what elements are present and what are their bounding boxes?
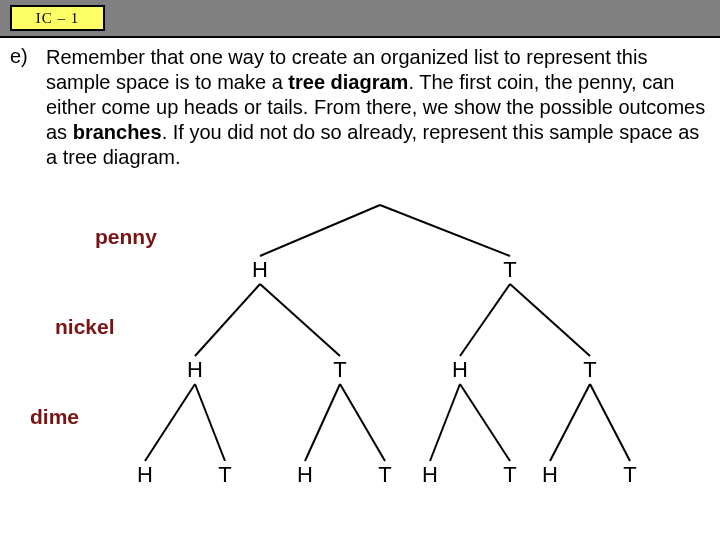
svg-line-3 xyxy=(260,284,340,356)
term-tree-diagram: tree diagram xyxy=(288,71,408,93)
term-branches: branches xyxy=(73,121,162,143)
tree-node: T xyxy=(218,462,231,488)
tree-node: T xyxy=(378,462,391,488)
svg-line-0 xyxy=(260,205,380,256)
svg-line-11 xyxy=(460,384,510,461)
top-bar: IC – 1 xyxy=(0,0,720,36)
svg-line-12 xyxy=(550,384,590,461)
tree-node: T xyxy=(503,462,516,488)
svg-line-6 xyxy=(145,384,195,461)
prompt-label: e) xyxy=(10,44,38,69)
svg-line-2 xyxy=(195,284,260,356)
svg-line-8 xyxy=(305,384,340,461)
tree-node: T xyxy=(503,257,516,283)
tree-node: H xyxy=(422,462,438,488)
svg-line-5 xyxy=(510,284,590,356)
tree-node: H xyxy=(452,357,468,383)
tree-edges xyxy=(0,195,720,540)
tree-node: H xyxy=(297,462,313,488)
svg-line-9 xyxy=(340,384,385,461)
svg-line-7 xyxy=(195,384,225,461)
svg-line-13 xyxy=(590,384,630,461)
svg-line-10 xyxy=(430,384,460,461)
tree-node: H xyxy=(542,462,558,488)
tree-node: T xyxy=(333,357,346,383)
tree-node: H xyxy=(252,257,268,283)
divider xyxy=(0,36,720,38)
tree-diagram: penny nickel dime HTHTHTHTHTHTHT xyxy=(0,195,720,540)
tree-node: T xyxy=(623,462,636,488)
tree-node: T xyxy=(583,357,596,383)
svg-line-4 xyxy=(460,284,510,356)
lesson-badge: IC – 1 xyxy=(10,5,105,31)
prompt-text: e) Remember that one way to create an or… xyxy=(10,44,710,170)
tree-node: H xyxy=(187,357,203,383)
tree-node: H xyxy=(137,462,153,488)
svg-line-1 xyxy=(380,205,510,256)
